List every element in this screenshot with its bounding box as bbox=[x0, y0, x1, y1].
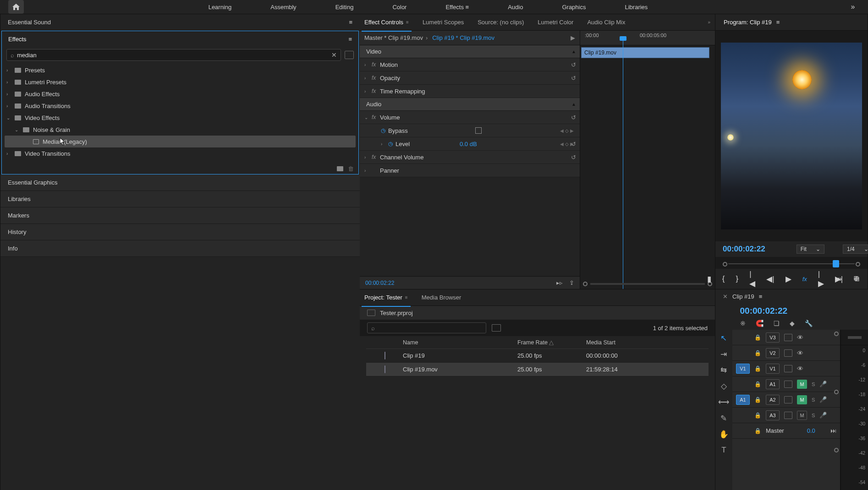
ec-current-timecode[interactable]: 00:00:02:22 bbox=[365, 280, 394, 286]
workspace-tab-libraries[interactable]: Libraries bbox=[625, 2, 648, 12]
project-item-row[interactable]: Clip #19.mov25.00 fps21:59:28:14 bbox=[366, 363, 709, 376]
track-select-tool-icon[interactable]: ⇥ bbox=[720, 349, 727, 359]
mute-button[interactable]: M bbox=[797, 380, 807, 389]
linked-selection-icon[interactable]: ❏ bbox=[774, 320, 780, 327]
ec-section-video[interactable]: Video▲ bbox=[360, 45, 580, 58]
mark-in-button[interactable]: ▮ bbox=[707, 274, 711, 284]
razor-tool-icon[interactable]: ◇ bbox=[721, 381, 727, 391]
col-frame-rate[interactable]: Frame Rate △ bbox=[517, 339, 586, 346]
tab-overflow-icon[interactable]: » bbox=[708, 20, 710, 25]
reset-icon[interactable]: ↺ bbox=[571, 154, 576, 161]
step-back-button[interactable]: ◀| bbox=[766, 274, 774, 284]
settings-icon[interactable]: 🔧 bbox=[805, 320, 813, 327]
mute-button[interactable]: M bbox=[797, 395, 807, 404]
lock-icon[interactable]: 🔒 bbox=[754, 428, 761, 434]
lock-icon[interactable]: 🔒 bbox=[754, 412, 761, 419]
ec-play-only-icon[interactable]: ▶ bbox=[571, 34, 575, 41]
stopwatch-icon[interactable]: ◷ bbox=[381, 127, 385, 134]
transport-overflow-icon[interactable]: » bbox=[838, 275, 842, 283]
workspace-overflow-button[interactable]: » bbox=[846, 3, 860, 11]
fx-toggle-button[interactable]: fx bbox=[802, 276, 807, 283]
sequence-name[interactable]: Clip #19 bbox=[732, 293, 754, 300]
project-search-input[interactable]: ⌕ bbox=[367, 322, 486, 333]
tab-lumetri-color[interactable]: Lumetri Color bbox=[538, 17, 573, 27]
history-header[interactable]: History bbox=[0, 224, 360, 240]
quality-select[interactable]: 1/4⌄ bbox=[843, 245, 868, 254]
ec-section-audio[interactable]: Audio▲ bbox=[360, 98, 580, 111]
home-button[interactable] bbox=[8, 0, 24, 14]
ec-export-icon[interactable]: ⇪ bbox=[569, 279, 574, 286]
sequence-menu-icon[interactable]: ≡ bbox=[759, 293, 763, 300]
sync-lock-icon[interactable] bbox=[784, 381, 792, 388]
reset-icon[interactable]: ↺ bbox=[571, 61, 576, 68]
master-level[interactable]: 0.0 bbox=[807, 427, 815, 434]
effect-folder-item[interactable]: ›Lumetri Presets bbox=[5, 76, 356, 88]
eye-icon[interactable]: 👁 bbox=[797, 365, 803, 372]
ec-row-bypass[interactable]: ◷ Bypass ◀◇▶ bbox=[360, 124, 580, 137]
project-item-row[interactable]: Clip #1925.00 fps00:00:00:00 bbox=[366, 349, 709, 363]
step-fwd-button[interactable]: |▶ bbox=[818, 270, 824, 289]
program-menu-icon[interactable]: ≡ bbox=[776, 19, 780, 26]
hand-tool-icon[interactable]: ✋ bbox=[719, 430, 729, 439]
marker-add-icon[interactable]: ◆ bbox=[790, 320, 795, 327]
filter-bin-icon[interactable] bbox=[492, 324, 501, 332]
clear-search-icon[interactable]: ✕ bbox=[331, 51, 337, 59]
workspace-tab-effects[interactable]: Effects ≡ bbox=[445, 2, 469, 12]
sync-lock-icon[interactable] bbox=[784, 349, 792, 357]
workspace-tab-graphics[interactable]: Graphics bbox=[562, 2, 586, 12]
lock-icon[interactable]: 🔒 bbox=[754, 381, 761, 387]
pen-tool-icon[interactable]: ✎ bbox=[720, 414, 727, 423]
voice-over-icon[interactable]: 🎤 bbox=[819, 396, 827, 403]
track-head-master[interactable]: 🔒Master0.0⏭ bbox=[732, 423, 840, 439]
essential-graphics-header[interactable]: Essential Graphics bbox=[0, 174, 360, 191]
zoom-fit-select[interactable]: Fit⌄ bbox=[797, 245, 824, 254]
snap-icon[interactable]: 🧲 bbox=[756, 320, 764, 327]
program-scrub-bar[interactable] bbox=[723, 257, 860, 269]
mute-button[interactable]: M bbox=[797, 411, 807, 420]
type-tool-icon[interactable]: T bbox=[721, 446, 726, 455]
ec-playhead[interactable] bbox=[623, 40, 623, 289]
ec-row-time-remap[interactable]: ›fxTime Remapping bbox=[360, 85, 580, 98]
ec-row-level[interactable]: › ◷ Level 0.0 dB ◀◇▶ ↺ bbox=[360, 137, 580, 151]
program-video-frame[interactable] bbox=[721, 43, 862, 229]
effects-menu-icon[interactable]: ≡ bbox=[348, 36, 352, 43]
essential-sound-header[interactable]: Essential Sound≡ bbox=[0, 14, 360, 31]
workspace-tab-assembly[interactable]: Assembly bbox=[270, 2, 296, 12]
track-head-v1[interactable]: V1🔒V1👁 bbox=[732, 361, 840, 376]
lock-icon[interactable]: 🔒 bbox=[754, 397, 761, 403]
lock-icon[interactable]: 🔒 bbox=[754, 350, 761, 356]
tab-project[interactable]: Project: Tester≡ bbox=[364, 292, 408, 303]
ec-row-volume[interactable]: ⌄fxVolume↺ bbox=[360, 111, 580, 124]
slip-tool-icon[interactable]: ⟷ bbox=[718, 397, 729, 407]
add-button[interactable]: + bbox=[853, 273, 859, 285]
effect-folder-item[interactable]: ›Audio Transitions bbox=[5, 100, 356, 112]
ec-mini-clip[interactable]: Clip #19.mov bbox=[581, 47, 709, 58]
effect-folder-item[interactable]: ›Video Transitions bbox=[5, 147, 356, 159]
src-patch-a1[interactable]: A1 bbox=[736, 395, 750, 405]
effects-search-input[interactable] bbox=[17, 52, 331, 59]
tab-audio-clip-mix[interactable]: Audio Clip Mix bbox=[587, 17, 625, 27]
lock-icon[interactable]: 🔒 bbox=[754, 365, 761, 372]
effect-preset-item[interactable]: Median (Legacy) bbox=[5, 136, 356, 147]
tab-media-browser[interactable]: Media Browser bbox=[422, 292, 461, 303]
play-button[interactable]: ▶ bbox=[786, 274, 791, 284]
src-patch-v1[interactable]: V1 bbox=[736, 364, 750, 374]
eye-icon[interactable]: 👁 bbox=[797, 334, 803, 341]
track-head-a3[interactable]: 🔒A3MS🎤 bbox=[732, 408, 840, 423]
effect-folder-item[interactable]: ⌄Video Effects bbox=[5, 112, 356, 124]
sync-lock-icon[interactable] bbox=[784, 334, 792, 341]
delete-icon[interactable]: 🗑 bbox=[348, 165, 354, 172]
ec-row-motion[interactable]: ›fxMotion↺ bbox=[360, 58, 580, 71]
col-media-start[interactable]: Media Start bbox=[586, 339, 655, 346]
ripple-edit-tool-icon[interactable]: ⇆ bbox=[720, 365, 727, 375]
ec-clip-link[interactable]: Clip #19 * Clip #19.mov bbox=[432, 34, 494, 41]
track-head-a1[interactable]: 🔒A1MS🎤 bbox=[732, 376, 840, 392]
tab-lumetri-scopes[interactable]: Lumetri Scopes bbox=[423, 17, 464, 27]
eye-icon[interactable]: 👁 bbox=[797, 349, 803, 357]
markers-header[interactable]: Markers bbox=[0, 207, 360, 224]
new-bin-button[interactable] bbox=[345, 51, 354, 59]
goto-in-button[interactable]: |◀ bbox=[749, 270, 755, 289]
close-sequence-icon[interactable]: ✕ bbox=[723, 293, 728, 300]
reset-icon[interactable]: ↺ bbox=[571, 75, 576, 82]
selection-tool-icon[interactable]: ↖ bbox=[720, 333, 727, 343]
